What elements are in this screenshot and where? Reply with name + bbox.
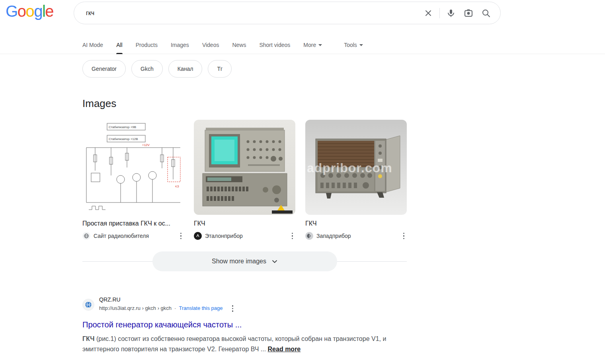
image-source-row: Западприбор	[305, 232, 407, 240]
kebab-icon[interactable]	[401, 231, 407, 241]
tab-short-videos[interactable]: Short videos	[259, 42, 290, 54]
image-title[interactable]: Простая приставка ГКЧ к ос...	[82, 220, 184, 228]
result-snippet: ГКЧ (рис.1) состоит из собственно генера…	[82, 334, 406, 354]
result-meta: QRZ.RU http://us3iat.qrz.ru › gkch › gkc…	[99, 296, 236, 314]
tab-label: Short videos	[259, 42, 290, 48]
site-name[interactable]: QRZ.RU	[99, 296, 236, 303]
results-column: Images	[82, 97, 407, 354]
separator-dot: ·	[174, 305, 176, 312]
search-divider	[439, 8, 440, 18]
image-source-row: Сайт радиолюбителя	[82, 232, 184, 240]
tab-label: AI Mode	[82, 42, 103, 48]
image-result-card: ГКЧ Эталонприбор	[194, 120, 295, 240]
image-thumbnail-schematic[interactable]: Стабилизатор +9В Стабилизатор +12В +12V …	[82, 120, 184, 215]
tab-all[interactable]: All	[116, 42, 123, 54]
tab-more[interactable]: More	[303, 42, 322, 54]
schematic-label: Стабилизатор +9В	[109, 125, 136, 129]
source-name[interactable]: Сайт радиолюбителя	[94, 233, 149, 239]
tab-label: More	[303, 42, 316, 48]
watermark-text: adpribor.com	[307, 161, 392, 175]
mic-icon[interactable]	[442, 4, 460, 22]
tab-label: Products	[136, 42, 158, 48]
show-more-label: Show more images	[212, 258, 266, 265]
filter-chips: Generator Gkch Канал Тг	[82, 60, 605, 78]
show-more-images-button[interactable]: Show more images	[152, 251, 337, 271]
logo-letter: o	[25, 2, 34, 20]
source-name[interactable]: Эталонприбор	[205, 233, 243, 239]
tab-label: Images	[171, 42, 189, 48]
schematic-label: Стабилизатор +12В	[109, 137, 138, 141]
lens-icon[interactable]	[460, 4, 477, 22]
tab-videos[interactable]: Videos	[202, 42, 219, 54]
breadcrumb-url: http://us3iat.qrz.ru › gkch › gkch	[99, 305, 172, 312]
organic-result: QRZ.RU http://us3iat.qrz.ru › gkch › gkc…	[82, 296, 407, 354]
image-title[interactable]: ГКЧ	[305, 220, 407, 228]
show-more-section: Show more images	[82, 251, 407, 271]
images-section-heading: Images	[82, 97, 407, 109]
logo-letter: o	[18, 2, 26, 20]
breadcrumb-row: http://us3iat.qrz.ru › gkch › gkch · Tra…	[99, 303, 236, 314]
search-header: Google	[0, 0, 605, 26]
chip-label: Тг	[217, 66, 222, 72]
chip-label: Канал	[178, 66, 193, 72]
tab-label: News	[232, 42, 246, 48]
image-result-card: adpribor.com ГКЧ Западприбор	[305, 120, 407, 240]
image-thumbnail-instrument[interactable]: adpribor.com	[305, 120, 407, 215]
source-logo-icon	[194, 232, 202, 240]
google-logo[interactable]: Google	[6, 2, 53, 20]
search-input[interactable]	[85, 9, 420, 17]
logo-letter: G	[6, 2, 18, 20]
result-header-row[interactable]: QRZ.RU http://us3iat.qrz.ru › gkch › gkc…	[82, 296, 407, 314]
chip-tg[interactable]: Тг	[208, 60, 232, 78]
schematic-voltage-label: +12V	[142, 143, 150, 147]
logo-letter: g	[34, 2, 42, 20]
translate-link[interactable]: Translate this page	[179, 305, 222, 312]
chevron-down-icon	[272, 260, 277, 263]
image-thumbnail-instrument[interactable]	[194, 120, 295, 215]
search-icon[interactable]	[477, 4, 495, 22]
result-title-link[interactable]: Простой генератор качающейся частоты ...	[82, 319, 407, 330]
read-more-link[interactable]: Read more	[268, 346, 301, 352]
tab-ai-mode[interactable]: AI Mode	[82, 42, 103, 54]
search-box[interactable]	[74, 2, 501, 24]
search-box-icons	[420, 4, 495, 22]
snippet-keyword: ГКЧ	[82, 335, 94, 342]
kebab-icon[interactable]	[178, 231, 184, 241]
snippet-text: (рис.1) состоит из собственно генератора…	[82, 335, 386, 352]
tab-tools[interactable]: Tools	[344, 42, 363, 54]
logo-letter: e	[45, 2, 53, 20]
tab-label: All	[116, 42, 123, 48]
result-type-tabs: AI Mode All Products Images Videos News …	[0, 26, 605, 54]
chip-label: Generator	[92, 66, 117, 72]
chip-gkch[interactable]: Gkch	[131, 60, 163, 78]
clear-icon[interactable]	[420, 4, 437, 22]
globe-icon	[82, 232, 90, 240]
source-name[interactable]: Западприбор	[316, 233, 351, 239]
chevron-down-icon	[318, 44, 322, 46]
image-results-row: Стабилизатор +9В Стабилизатор +12В +12V …	[82, 120, 407, 240]
image-source-row: Эталонприбор	[194, 232, 295, 240]
tab-label: Tools	[344, 42, 357, 48]
chip-generator[interactable]: Generator	[82, 60, 126, 78]
tab-products[interactable]: Products	[136, 42, 158, 54]
tab-label: Videos	[202, 42, 219, 48]
image-title[interactable]: ГКЧ	[194, 220, 295, 228]
site-favicon-globe-icon	[82, 299, 94, 311]
image-result-card: Стабилизатор +9В Стабилизатор +12В +12V …	[82, 120, 184, 240]
tab-images[interactable]: Images	[171, 42, 189, 54]
source-logo-icon	[305, 232, 313, 240]
svg-text:4,5: 4,5	[175, 185, 179, 188]
chip-kanal[interactable]: Канал	[168, 60, 203, 78]
tab-news[interactable]: News	[232, 42, 246, 54]
kebab-icon[interactable]	[230, 303, 236, 314]
chevron-down-icon	[359, 44, 363, 46]
chip-label: Gkch	[141, 66, 154, 72]
kebab-icon[interactable]	[289, 231, 296, 241]
